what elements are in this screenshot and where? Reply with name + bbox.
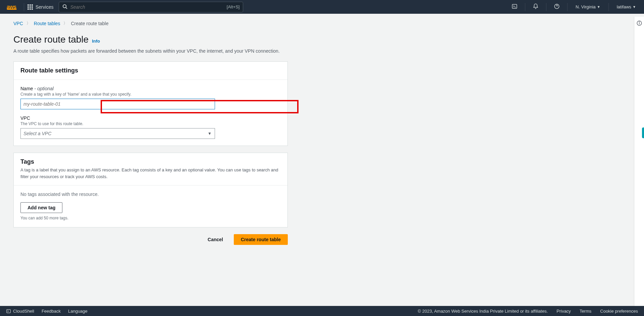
- account-menu[interactable]: latifaws▼: [612, 4, 641, 9]
- chevron-right-icon: 〉: [26, 20, 31, 26]
- tags-panel-description: A tag is a label that you assign to an A…: [20, 167, 281, 180]
- name-label: Name: [20, 86, 33, 91]
- caret-down-icon: ▼: [633, 5, 636, 9]
- tags-remaining-hint: You can add 50 more tags.: [20, 216, 281, 220]
- add-new-tag-button[interactable]: Add new tag: [20, 202, 62, 213]
- cloudshell-icon[interactable]: [507, 3, 522, 11]
- name-field: Name - optional Create a tag with a key …: [20, 86, 281, 109]
- vpc-field: VPC The VPC to use for this route table.…: [20, 115, 281, 139]
- svg-line-1: [66, 7, 67, 9]
- services-menu-button[interactable]: Services: [28, 4, 54, 10]
- vpc-select[interactable]: Select a VPC: [20, 128, 215, 139]
- name-optional-text: - optional: [34, 86, 54, 91]
- caret-down-icon: ▼: [597, 5, 600, 9]
- name-input[interactable]: [20, 99, 215, 109]
- name-hint: Create a tag with a key of 'Name' and a …: [20, 92, 281, 97]
- breadcrumb: VPC 〉 Route tables 〉 Create route table: [13, 20, 510, 26]
- search-icon: [62, 4, 67, 10]
- vpc-label: VPC: [20, 115, 30, 121]
- side-tab-handle[interactable]: [642, 127, 644, 138]
- create-route-table-button[interactable]: Create route table: [234, 234, 288, 245]
- cancel-button[interactable]: Cancel: [201, 234, 230, 245]
- svg-point-0: [63, 4, 66, 7]
- breadcrumb-link-vpc[interactable]: VPC: [13, 21, 23, 26]
- page-description: A route table specifies how packets are …: [13, 48, 288, 55]
- vpc-hint: The VPC to use for this route table.: [20, 121, 281, 126]
- help-icon[interactable]: [550, 3, 564, 11]
- breadcrumb-link-route-tables[interactable]: Route tables: [34, 21, 60, 26]
- chevron-right-icon: 〉: [63, 20, 67, 26]
- search-input[interactable]: [70, 4, 204, 10]
- region-selector[interactable]: N. Virginia▼: [571, 4, 605, 9]
- svg-point-6: [639, 22, 639, 22]
- page-title: Create route table: [13, 34, 89, 45]
- notifications-icon[interactable]: [529, 3, 543, 11]
- form-actions: Cancel Create route table: [13, 234, 288, 245]
- services-label: Services: [36, 4, 54, 10]
- aws-logo[interactable]: aws: [3, 4, 20, 10]
- route-table-settings-panel: Route table settings Name - optional Cre…: [13, 61, 288, 146]
- info-link[interactable]: Info: [92, 39, 100, 44]
- main-content: VPC 〉 Route tables 〉 Create route table …: [0, 14, 523, 252]
- settings-panel-title: Route table settings: [20, 67, 281, 74]
- breadcrumb-current: Create route table: [71, 21, 108, 26]
- search-shortcut-hint: [Alt+S]: [227, 4, 240, 9]
- no-tags-text: No tags associated with the resource.: [20, 192, 281, 197]
- tags-panel: Tags A tag is a label that you assign to…: [13, 153, 288, 227]
- grid-icon: [28, 4, 33, 10]
- tags-panel-title: Tags: [20, 158, 281, 165]
- search-box[interactable]: [Alt+S]: [59, 2, 243, 12]
- top-navigation-bar: aws Services [Alt+S] N. Virginia▼: [0, 0, 644, 14]
